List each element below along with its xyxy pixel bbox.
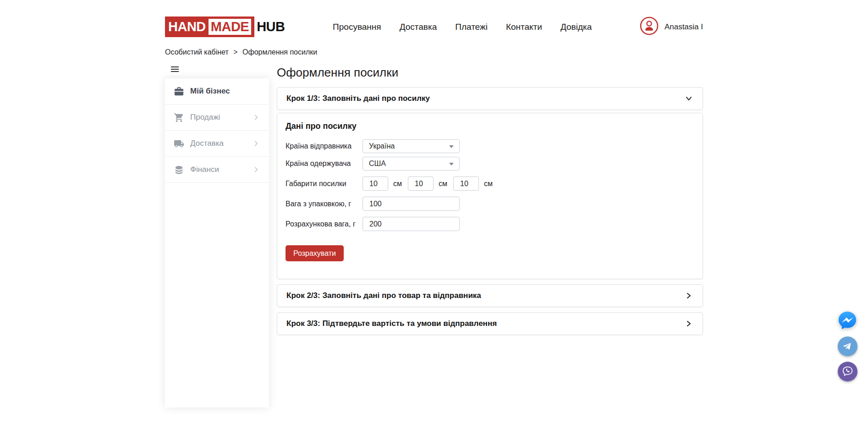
accordion-step2-title: Крок 2/3: Заповніть дані про товар та ві… xyxy=(286,291,481,300)
logo-text-hand: HAND xyxy=(168,19,206,34)
logo-red-box: HAND MADE xyxy=(165,17,254,37)
accordion-step2-header[interactable]: Крок 2/3: Заповніть дані про товар та ві… xyxy=(277,285,703,307)
sidebar: Мій бізнес Продажі Доставка xyxy=(165,78,269,408)
calculate-button[interactable]: Розрахувати xyxy=(286,245,344,261)
chevron-right-icon[interactable] xyxy=(684,319,693,328)
accordion-step3-header[interactable]: Крок 3/3: Підтвердьте вартість та умови … xyxy=(277,313,703,335)
nav-item-promotion[interactable]: Просування xyxy=(333,22,381,32)
person-icon xyxy=(640,17,659,37)
nav-item-help[interactable]: Довідка xyxy=(560,22,592,32)
page-title: Оформлення посилки xyxy=(277,66,703,80)
weight-with-package-input[interactable] xyxy=(363,197,460,211)
viber-icon[interactable] xyxy=(838,362,857,381)
sidebar-item-sales[interactable]: Продажі xyxy=(165,105,269,131)
header: HAND MADE HUB Просування Доставка Платеж… xyxy=(0,0,868,37)
unit-cm-label: см xyxy=(484,180,493,188)
coins-icon xyxy=(174,165,184,175)
weight-with-package-label: Вага з упаковкою, г xyxy=(286,200,363,208)
breadcrumb-current: Оформлення посилки xyxy=(242,48,317,56)
briefcase-icon xyxy=(174,86,184,97)
sidebar-item-label: Продажі xyxy=(190,113,253,122)
user-menu[interactable]: Anastasia I xyxy=(640,17,703,37)
accordion-step1-header-card: Крок 1/3: Заповніть дані про посилку xyxy=(277,87,703,110)
logo-text-made: MADE xyxy=(211,19,249,34)
sender-country-value: Україна xyxy=(369,142,395,150)
accordion-step3-header-card: Крок 3/3: Підтвердьте вартість та умови … xyxy=(277,312,703,335)
sender-country-label: Країна відправника xyxy=(286,142,363,150)
logo-text-hub: HUB xyxy=(257,19,285,34)
chevron-right-icon xyxy=(253,140,260,147)
sidebar-item-label: Мій бізнес xyxy=(190,87,260,96)
accordion-step1-header[interactable]: Крок 1/3: Заповніть дані про посилку xyxy=(277,88,703,110)
estimated-weight-label: Розрахункова вага, г xyxy=(286,220,363,228)
chevron-right-icon xyxy=(253,114,260,121)
caret-down-icon xyxy=(449,145,454,148)
dimensions-label: Габарити посилки xyxy=(286,180,363,188)
messenger-icon[interactable] xyxy=(837,310,858,331)
step1-body-panel: Дані про посилку Країна відправника Укра… xyxy=(277,113,703,279)
dimension-length-input[interactable] xyxy=(363,176,388,191)
chevron-right-icon[interactable] xyxy=(684,291,693,300)
chevron-down-icon[interactable] xyxy=(684,94,693,103)
nav-item-payments[interactable]: Платежі xyxy=(455,22,488,32)
accordion-step1-title: Крок 1/3: Заповніть дані про посилку xyxy=(286,94,430,103)
social-buttons xyxy=(837,310,858,381)
sender-country-select[interactable]: Україна xyxy=(363,139,460,153)
parcel-data-section-title: Дані про посилку xyxy=(286,121,693,131)
recipient-country-value: США xyxy=(369,160,386,168)
sidebar-item-shipping[interactable]: Доставка xyxy=(165,131,269,157)
cart-icon xyxy=(174,112,184,123)
sidebar-item-finance[interactable]: Фінанси xyxy=(165,157,269,183)
unit-cm-label: см xyxy=(439,180,447,188)
logo-white-box: MADE xyxy=(209,19,251,35)
estimated-weight-input[interactable] xyxy=(363,217,460,231)
user-name: Anastasia I xyxy=(665,22,703,32)
accordion-step2-header-card: Крок 2/3: Заповніть дані про товар та ві… xyxy=(277,284,703,307)
breadcrumb-separator: > xyxy=(233,48,237,56)
truck-icon xyxy=(174,138,184,149)
accordion-step3-title: Крок 3/3: Підтвердьте вартість та умови … xyxy=(286,319,497,328)
main-nav: Просування Доставка Платежі Контакти Дов… xyxy=(285,22,640,32)
breadcrumb-home[interactable]: Особистий кабінет xyxy=(165,48,229,56)
recipient-country-label: Країна одержувача xyxy=(286,160,363,168)
sidebar-item-label: Доставка xyxy=(190,139,253,148)
chevron-right-icon xyxy=(253,166,260,173)
recipient-country-select[interactable]: США xyxy=(363,157,460,171)
hamburger-icon[interactable] xyxy=(171,66,179,72)
unit-cm-label: см xyxy=(393,180,402,188)
nav-item-delivery[interactable]: Доставка xyxy=(400,22,437,32)
breadcrumb: Особистий кабінет > Оформлення посилки xyxy=(165,48,703,56)
dimension-width-input[interactable] xyxy=(408,176,434,191)
brand-logo[interactable]: HAND MADE HUB xyxy=(165,17,285,37)
telegram-icon[interactable] xyxy=(838,336,857,356)
dimension-height-input[interactable] xyxy=(453,176,479,191)
caret-down-icon xyxy=(449,163,454,165)
sidebar-item-my-business[interactable]: Мій бізнес xyxy=(165,78,269,105)
nav-item-contacts[interactable]: Контакти xyxy=(506,22,542,32)
sidebar-item-label: Фінанси xyxy=(190,165,253,174)
